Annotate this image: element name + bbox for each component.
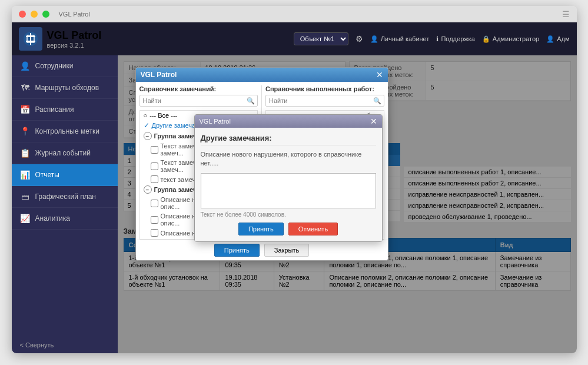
sidebar-collapse[interactable]: < Свернуть — [12, 337, 118, 353]
sidebar-item-routes[interactable]: 🗺 Маршруты обходов — [12, 77, 118, 99]
cabinet-label: Личный кабинет — [381, 35, 430, 42]
app-version: версия 3.2.1 — [47, 42, 102, 49]
checkpoints-icon: 📍 — [20, 127, 31, 136]
sidebar-label-plan: Графический план — [35, 193, 96, 201]
handbook-modal-title: VGL Patrol — [141, 71, 177, 79]
item-checkbox[interactable] — [151, 229, 158, 237]
handbook-right-search: 🔍 — [265, 95, 384, 107]
item-label: --- Все --- — [150, 112, 177, 119]
sidebar-label-analytics: Аналитика — [35, 214, 70, 223]
plan-icon: 🗃 — [20, 192, 31, 201]
user-icon: 👤 — [370, 35, 378, 43]
routes-icon: 🗺 — [20, 83, 31, 92]
search-icon: 🔍 — [373, 97, 381, 105]
inner-modal-close[interactable]: ✕ — [370, 117, 377, 125]
app-name: VGL Patrol — [47, 29, 102, 42]
schedules-icon: 📅 — [20, 105, 31, 114]
sidebar-label-journal: Журнал событий — [35, 149, 91, 157]
main-content: 👤 Сотрудники 🗺 Маршруты обходов 📅 Распис… — [12, 55, 577, 353]
sidebar-item-checkpoints[interactable]: 📍 Контрольные метки — [12, 121, 118, 142]
sidebar-label-reports: Отчеты — [35, 171, 59, 179]
inner-modal-body: Другие замечания: Описание нового наруше… — [195, 128, 382, 241]
sidebar: 👤 Сотрудники 🗺 Маршруты обходов 📅 Распис… — [12, 55, 118, 353]
sidebar-label-employees: Сотрудники — [35, 62, 74, 70]
sidebar-item-schedules[interactable]: 📅 Расписания — [12, 99, 118, 121]
all-icon: ○ — [144, 112, 148, 119]
item-checkbox[interactable] — [151, 200, 158, 207]
minus-icon: − — [144, 185, 152, 194]
page-area: Начало обхода: 19.10.2019 21:36 Завершен… — [118, 55, 577, 353]
app-logo: VGL Patrol версия 3.2.1 — [19, 27, 102, 51]
handbook-accept-button[interactable]: Принять — [214, 244, 260, 257]
support-nav-item[interactable]: ℹ Поддержка — [436, 35, 474, 43]
item-checkbox[interactable] — [151, 146, 158, 154]
inner-modal-cancel-button[interactable]: Отменить — [288, 223, 338, 235]
check-icon: ✓ — [144, 121, 150, 130]
app-title: VGL Patrol версия 3.2.1 — [47, 29, 102, 49]
title-bar: VGL Patrol ☰ — [12, 6, 577, 22]
object-selector: Объект №1 — [294, 32, 348, 45]
item-checkbox[interactable] — [151, 175, 158, 183]
search-icon: 🔍 — [247, 97, 255, 105]
item-checkbox[interactable] — [151, 216, 158, 224]
user-label: Адм — [557, 35, 569, 42]
inner-modal-hint: Текст не более 4000 символов. — [201, 211, 376, 218]
settings-icon[interactable]: ⚙ — [356, 34, 363, 44]
app-window: VGL Patrol ☰ VGL Patrol версия 3.2.1 — [12, 6, 577, 353]
hamburger-icon[interactable]: ☰ — [562, 9, 570, 19]
window-title: VGL Patrol — [59, 11, 90, 18]
sidebar-label-checkpoints: Контрольные метки — [35, 127, 99, 135]
admin-nav-item[interactable]: 🔒 Администратор — [482, 35, 539, 43]
inner-modal-title: VGL Patrol — [200, 118, 231, 125]
sidebar-item-journal[interactable]: 📋 Журнал событий — [12, 142, 118, 164]
handbook-right-search-input[interactable] — [268, 97, 373, 105]
minus-icon: − — [144, 239, 152, 240]
handbook-close-button[interactable]: Закрыть — [264, 244, 309, 257]
handbook-footer: Принять Закрыть — [136, 240, 388, 260]
minus-icon: − — [144, 132, 152, 140]
handbook-left-search-input[interactable] — [142, 97, 247, 105]
inner-modal-description: Описание нового нарушения, которого в сп… — [201, 150, 376, 168]
item-checkbox[interactable] — [151, 162, 158, 170]
inner-modal-titlebar: VGL Patrol ✕ — [195, 115, 382, 128]
handbook-left-search: 🔍 — [139, 95, 258, 107]
object-select[interactable]: Объект №1 — [294, 32, 348, 45]
sidebar-item-employees[interactable]: 👤 Сотрудники — [12, 55, 118, 77]
lock-icon: 🔒 — [482, 35, 490, 43]
minimize-traffic-light[interactable] — [31, 11, 38, 18]
admin-label: Администратор — [493, 35, 539, 42]
analytics-icon: 📈 — [20, 214, 31, 223]
sidebar-item-plan[interactable]: 🗃 Графический план — [12, 186, 118, 208]
inner-modal-header: Другие замечания: — [201, 134, 376, 145]
inner-modal: VGL Patrol ✕ Другие замечания: Описание … — [194, 114, 383, 242]
top-nav: VGL Patrol версия 3.2.1 Объект №1 ⚙ 👤 Ли… — [12, 22, 577, 55]
handbook-modal-close[interactable]: ✕ — [376, 71, 383, 79]
handbook-left-title: Справочник замечаний: — [139, 85, 258, 92]
user-nav-item[interactable]: 👤 Адм — [546, 35, 569, 43]
handbook-right-title: Справочник выполненных работ: — [265, 85, 384, 92]
employees-icon: 👤 — [20, 61, 31, 71]
sidebar-label-schedules: Расписания — [35, 105, 74, 114]
support-label: Поддержка — [441, 35, 474, 42]
cabinet-nav-item[interactable]: 👤 Личный кабинет — [370, 35, 430, 43]
inner-modal-textarea[interactable] — [201, 173, 376, 208]
close-traffic-light[interactable] — [19, 11, 26, 18]
reports-icon: 📊 — [20, 170, 31, 180]
sidebar-item-analytics[interactable]: 📈 Аналитика — [12, 208, 118, 230]
sidebar-label-routes: Маршруты обходов — [35, 84, 99, 92]
logo-icon — [19, 27, 42, 51]
info-icon: ℹ — [436, 35, 438, 43]
journal-icon: 📋 — [20, 148, 31, 158]
collapse-label: < Свернуть — [20, 341, 54, 349]
inner-modal-accept-button[interactable]: Принять — [238, 223, 284, 235]
fullscreen-traffic-light[interactable] — [42, 11, 49, 18]
app-layout: VGL Patrol версия 3.2.1 Объект №1 ⚙ 👤 Ли… — [12, 22, 577, 353]
inner-modal-footer: Принять Отменить — [201, 223, 376, 235]
handbook-modal-titlebar: VGL Patrol ✕ — [136, 68, 388, 82]
sidebar-item-reports[interactable]: 📊 Отчеты — [12, 164, 118, 186]
person-icon: 👤 — [546, 35, 554, 43]
